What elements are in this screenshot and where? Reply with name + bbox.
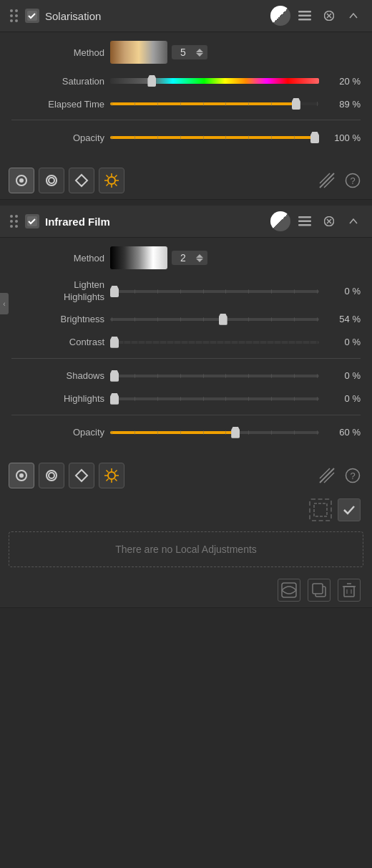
svg-line-17 xyxy=(107,175,109,178)
infrared-method-up[interactable] xyxy=(196,254,203,258)
infrared-shadows-slider[interactable] xyxy=(110,369,319,383)
infrared-opacity-label: Opacity xyxy=(11,427,104,438)
infrared-close-btn[interactable] xyxy=(319,211,339,231)
infrared-method-preview[interactable] xyxy=(110,246,167,269)
solarisation-header-actions xyxy=(270,6,363,26)
solarisation-collapse-btn[interactable] xyxy=(343,6,363,26)
infrared-select-rect[interactable] xyxy=(309,498,332,521)
solarisation-saturation-slider[interactable] xyxy=(110,74,319,88)
solarisation-elapsed-thumb[interactable] xyxy=(292,98,300,110)
bottom-copy-icon[interactable] xyxy=(308,579,331,602)
infrared-method-value: 2 xyxy=(176,252,190,264)
solarisation-menu-btn[interactable] xyxy=(295,6,315,26)
infrared-confirm-btn[interactable] xyxy=(338,498,361,521)
infrared-opacity-thumb[interactable] xyxy=(231,427,240,438)
bottom-delete-icon[interactable] xyxy=(338,579,361,602)
solarisation-tool-circle[interactable] xyxy=(9,168,34,193)
solarisation-elapsed-slider[interactable] xyxy=(110,97,319,111)
solarisation-enabled-checkbox[interactable] xyxy=(25,9,39,23)
infrared-lighten-thumb[interactable] xyxy=(110,286,119,297)
solarisation-opacity-label: Opacity xyxy=(11,132,104,143)
tick xyxy=(294,374,295,378)
drag-handle-infrared[interactable] xyxy=(9,213,19,229)
solarisation-saturation-thumb[interactable] xyxy=(147,75,156,87)
solarisation-help-btn[interactable]: ? xyxy=(342,170,363,191)
tick xyxy=(157,135,158,140)
tick xyxy=(271,374,272,378)
svg-line-44 xyxy=(115,478,117,481)
solarisation-method-preview[interactable] xyxy=(110,41,167,64)
infrared-contrast-thumb[interactable] xyxy=(110,337,119,348)
tick xyxy=(225,135,226,140)
solarisation-content: Method 5 Saturation xyxy=(0,32,372,162)
infrared-brightness-slider[interactable] xyxy=(110,312,319,327)
tick xyxy=(271,430,272,435)
tick xyxy=(203,374,204,378)
infrared-highlights-slider[interactable] xyxy=(110,392,319,406)
tick xyxy=(180,317,181,322)
infrared-tool-circle[interactable] xyxy=(9,463,34,488)
solarisation-method-down[interactable] xyxy=(196,53,203,57)
infrared-tool-star[interactable] xyxy=(99,463,124,488)
tick xyxy=(134,397,135,401)
solarisation-blend-btn[interactable] xyxy=(270,6,290,26)
infrared-method-row: Method 2 xyxy=(11,246,361,269)
infrared-brightness-thumb[interactable] xyxy=(219,314,227,325)
solarisation-saturation-row: Saturation 20 % xyxy=(11,74,361,88)
infrared-method-down[interactable] xyxy=(196,259,203,262)
svg-point-34 xyxy=(19,473,24,478)
solarisation-tool-donut[interactable] xyxy=(39,168,64,193)
infrared-opacity-slider[interactable] xyxy=(110,425,319,440)
svg-point-36 xyxy=(49,473,54,478)
solarisation-header: Solarisation xyxy=(0,0,372,32)
infrared-shadows-value: 0 % xyxy=(325,370,361,381)
svg-line-19 xyxy=(115,175,117,178)
solarisation-blend-tool-right[interactable] xyxy=(316,170,338,191)
tick xyxy=(180,102,181,106)
infrared-blend-btn[interactable] xyxy=(270,211,290,231)
infrared-collapse-btn[interactable] xyxy=(343,211,363,231)
infrared-highlights-thumb[interactable] xyxy=(110,393,119,405)
infrared-highlights-value: 0 % xyxy=(325,393,361,404)
solarisation-method-arrows[interactable] xyxy=(196,49,203,57)
tick xyxy=(203,135,204,140)
side-collapse-btn[interactable]: ‹ xyxy=(0,293,9,314)
solarisation-opacity-slider[interactable] xyxy=(110,130,319,145)
infrared-brightness-track xyxy=(110,318,319,321)
bottom-actions xyxy=(0,573,372,607)
solarisation-saturation-label: Saturation xyxy=(11,76,104,87)
tick xyxy=(248,102,249,106)
infrared-lighten-highlights-row: Lighten Highlights xyxy=(11,279,361,304)
infrared-help-btn[interactable]: ? xyxy=(342,465,363,486)
infrared-brightness-label: Brightness xyxy=(11,314,104,324)
tick xyxy=(271,102,272,106)
tick xyxy=(203,430,204,435)
svg-line-20 xyxy=(107,184,109,186)
infrared-tool-diamond[interactable] xyxy=(69,463,94,488)
svg-rect-27 xyxy=(298,216,311,218)
tick xyxy=(271,317,272,322)
svg-rect-29 xyxy=(298,224,311,226)
tick xyxy=(134,135,135,140)
infrared-blend-tool-right[interactable] xyxy=(316,465,338,486)
infrared-checkrow xyxy=(0,494,372,526)
solarisation-panel: Solarisation xyxy=(0,0,372,200)
infrared-tool-donut[interactable] xyxy=(39,463,64,488)
infrared-enabled-checkbox[interactable] xyxy=(25,214,39,228)
infrared-menu-btn[interactable] xyxy=(295,211,315,231)
infrared-method-arrows[interactable] xyxy=(196,254,203,262)
infrared-lighten-slider[interactable] xyxy=(110,284,319,299)
solarisation-opacity-thumb[interactable] xyxy=(310,132,319,143)
solarisation-method-stepper[interactable]: 5 xyxy=(172,45,207,59)
infrared-method-stepper[interactable]: 2 xyxy=(172,251,207,265)
bottom-blend-icon[interactable] xyxy=(278,579,300,602)
svg-line-18 xyxy=(115,184,117,186)
drag-handle-solarisation[interactable] xyxy=(9,8,19,24)
solarisation-close-btn[interactable] xyxy=(319,6,339,26)
solarisation-method-up[interactable] xyxy=(196,49,203,52)
solarisation-tool-diamond[interactable] xyxy=(69,168,94,193)
infrared-shadows-thumb[interactable] xyxy=(110,370,119,382)
tick xyxy=(248,430,249,435)
solarisation-tool-star[interactable] xyxy=(99,168,124,193)
infrared-contrast-slider[interactable] xyxy=(110,335,319,349)
